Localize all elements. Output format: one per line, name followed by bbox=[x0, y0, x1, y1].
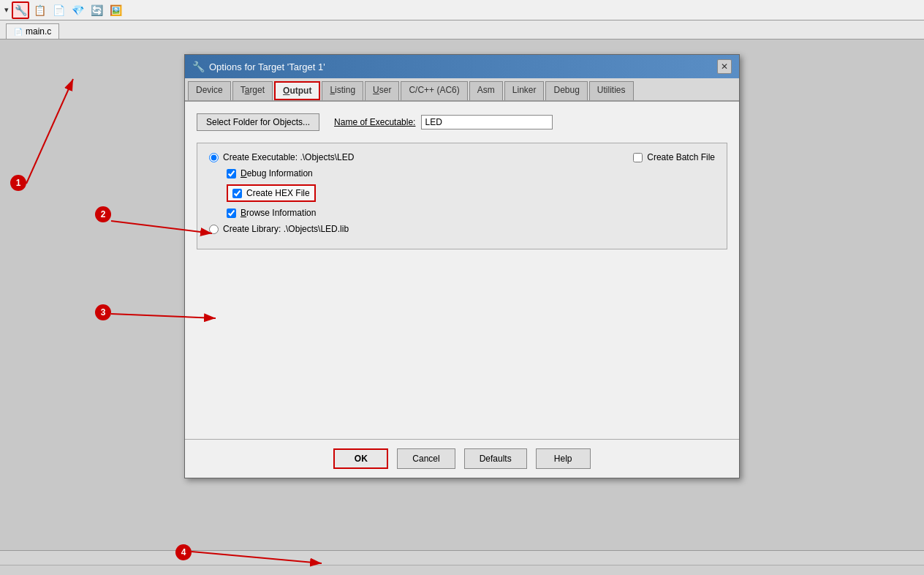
toolbar-dropdown-arrow[interactable]: ▾ bbox=[3, 5, 10, 15]
toolbar-btn-6[interactable]: 🖼️ bbox=[107, 1, 124, 19]
annotation-3: 3 bbox=[95, 304, 111, 320]
tab-linker[interactable]: Linker bbox=[504, 81, 545, 100]
help-button[interactable]: Help bbox=[536, 448, 591, 469]
toolbar-btn-4[interactable]: 💎 bbox=[69, 1, 86, 19]
toolbar: ▾ 🔧 📋 📄 💎 🔄 🖼️ bbox=[0, 0, 924, 20]
browse-info-row: Browse Information bbox=[227, 208, 715, 218]
tab-main-c[interactable]: 📄 main.c bbox=[6, 23, 59, 39]
defaults-button[interactable]: Defaults bbox=[464, 448, 527, 469]
debug-info-row: Debug Information bbox=[227, 168, 715, 178]
content-top-row: Select Folder for Objects... Name of Exe… bbox=[197, 113, 727, 131]
create-library-label[interactable]: Create Library: .\Objects\LED.lib bbox=[223, 224, 349, 234]
dialog-titlebar: 🔧 Options for Target 'Target 1' ✕ bbox=[185, 55, 739, 78]
tab-cpp[interactable]: C/C++ (AC6) bbox=[401, 81, 467, 100]
tab-device[interactable]: Device bbox=[188, 81, 231, 100]
create-hex-row: Create HEX File bbox=[227, 184, 715, 202]
tab-utilities[interactable]: Utilities bbox=[589, 81, 634, 100]
ok-button[interactable]: OK bbox=[333, 448, 388, 469]
select-folder-button[interactable]: Select Folder for Objects... bbox=[197, 113, 319, 131]
executable-label: Name of Executable: bbox=[334, 117, 415, 127]
svg-line-1 bbox=[26, 79, 73, 184]
tab-file-icon: 📄 bbox=[14, 28, 23, 36]
browse-info-checkbox[interactable] bbox=[227, 208, 236, 218]
create-batch-file-checkbox[interactable] bbox=[633, 153, 643, 162]
create-executable-label[interactable]: Create Executable: .\Objects\LED bbox=[223, 152, 354, 162]
dialog-title: 🔧 Options for Target 'Target 1' bbox=[192, 61, 325, 72]
annotation-4: 4 bbox=[175, 544, 192, 560]
debug-info-label[interactable]: Debug Information bbox=[241, 168, 313, 178]
dialog-content: Select Folder for Objects... Name of Exe… bbox=[185, 102, 739, 439]
executable-input[interactable] bbox=[421, 115, 553, 129]
annotation-2: 2 bbox=[95, 206, 111, 222]
toolbar-btn-3[interactable]: 📄 bbox=[50, 1, 67, 19]
dialog-title-icon: 🔧 bbox=[192, 61, 205, 72]
status-bar bbox=[0, 550, 924, 565]
batch-file-area: Create Batch File bbox=[633, 152, 715, 162]
debug-info-checkbox[interactable] bbox=[227, 169, 236, 178]
dialog-close-button[interactable]: ✕ bbox=[717, 59, 732, 74]
dialog-footer: OK Cancel Defaults Help bbox=[185, 439, 739, 478]
dialog: 🔧 Options for Target 'Target 1' ✕ Device… bbox=[184, 54, 740, 478]
toolbar-btn-1[interactable]: 🔧 bbox=[12, 1, 29, 19]
tab-label: main.c bbox=[26, 26, 51, 37]
tab-output[interactable]: Output bbox=[274, 81, 320, 100]
tab-user[interactable]: User bbox=[365, 81, 399, 100]
options-box: Create Batch File Create Executable: .\O… bbox=[197, 143, 727, 249]
tab-target[interactable]: Target bbox=[232, 81, 273, 100]
hex-file-highlighted-box: Create HEX File bbox=[227, 184, 316, 202]
create-library-row: Create Library: .\Objects\LED.lib bbox=[209, 224, 715, 234]
cancel-button[interactable]: Cancel bbox=[397, 448, 455, 469]
tab-listing[interactable]: Listing bbox=[322, 81, 363, 100]
browse-info-label[interactable]: Browse Information bbox=[241, 208, 316, 218]
tab-asm[interactable]: Asm bbox=[469, 81, 503, 100]
create-batch-file-label[interactable]: Create Batch File bbox=[647, 152, 715, 162]
scrollbar-area[interactable] bbox=[0, 565, 924, 575]
create-executable-radio[interactable] bbox=[209, 153, 219, 162]
create-hex-checkbox[interactable] bbox=[232, 189, 242, 198]
dialog-overlay: 1 2 3 4 🔧 Options for Target 'Target 1' … bbox=[0, 40, 924, 575]
tab-debug[interactable]: Debug bbox=[545, 81, 587, 100]
main-area: ⚠ 1 2 3 bbox=[0, 40, 924, 575]
dialog-tab-strip: Device Target Output Listing User C/C++ … bbox=[185, 78, 739, 102]
toolbar-btn-5[interactable]: 🔄 bbox=[88, 1, 105, 19]
annotation-1: 1 bbox=[10, 175, 26, 191]
tab-bar: 📄 main.c bbox=[0, 20, 924, 40]
create-hex-label[interactable]: Create HEX File bbox=[246, 188, 310, 198]
toolbar-btn-2[interactable]: 📋 bbox=[31, 1, 48, 19]
dialog-title-text: Options for Target 'Target 1' bbox=[209, 61, 325, 72]
create-library-radio[interactable] bbox=[209, 225, 219, 234]
